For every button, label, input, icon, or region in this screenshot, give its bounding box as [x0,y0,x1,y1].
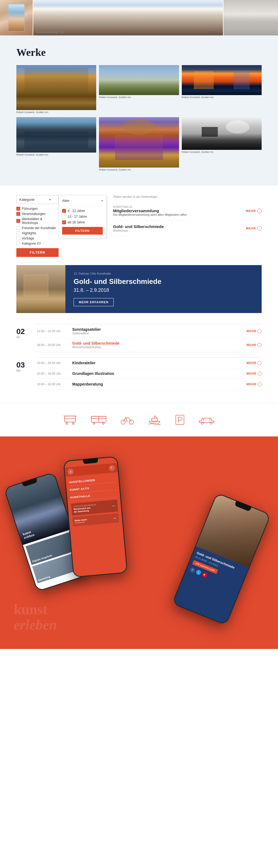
phone-right-screen: Gold- und Silberschmiede 30.11.2018 – 5.… [173,494,270,625]
mobile-section: kunst erleben kunst erleben [0,436,278,649]
check-vortrage[interactable]: Vorträge [17,237,59,240]
alter-check-4-12[interactable]: ✓ 4 - 12 Jahre [62,209,103,213]
twitter-icon[interactable]: t [195,569,202,576]
day-03-event-2-time: 15:00 – 16:30 Uhr [37,372,68,375]
day-03-event-2-title: Grundlagen Illustration [72,371,243,376]
svg-point-19 [201,422,203,424]
day-02-event-1-info: Sonntagsatelier Subheadline [72,327,243,335]
svg-rect-18 [176,415,184,425]
phone-right: Gold- und Silberschmiede 30.11.2018 – 5.… [172,493,271,626]
check-kategorie-xy[interactable]: Kategorie XY [17,242,59,245]
alter-filter-button[interactable]: FILTERN [62,227,103,235]
day-03-event-3-time: 15:00 – 16:30 Uhr [37,382,68,386]
event-1-type: kunsthalle [113,206,187,209]
day-02-event-2-mehr[interactable]: MEHR → [247,343,261,347]
event-note: Plätze werden in der Reihenfolge [113,195,261,198]
artwork-3-caption: Robert Groswick, Scotten Inn [182,95,261,99]
event-1-arrow: → [257,209,261,213]
filter-section: Kategorie ▾ ✓ Führungen ✓ Veranstaltunge… [0,186,278,265]
youtube-icon[interactable]: ▶ [202,571,208,578]
filter-checkboxes: ✓ Führungen ✓ Veranstaltungen ✓ Werkstät… [17,207,59,245]
artwork-1-caption: Robert Groswick, Scotten Inn [17,110,96,115]
alter-check-13-17[interactable]: 13 - 17 Jahre [62,215,103,218]
tram-icon-item[interactable] [63,415,77,425]
day-02-event-1-arrow: → [257,329,261,333]
tram-icon [63,415,77,425]
day-02-event-2-arrow: → [257,343,261,347]
day-02-event-1-mehr[interactable]: MEHR → [247,329,261,333]
day-03-event-1-time: 15:45 – 16:45 Uhr [37,361,68,365]
car-icon-item[interactable] [198,415,215,425]
day-03-event-1-mehr[interactable]: MEHR → [247,361,261,365]
day-02-event-1: 11:00 – 12:30 Uhr Sonntagsatelier Subhea… [37,324,261,338]
day-03-label: 03 Mo [17,358,31,390]
artwork-6[interactable]: Robert Groswick, Scotten Inn [182,117,261,172]
day-02-number: 02 [17,328,31,335]
bicycle-icon-item[interactable] [121,415,134,425]
gallery-caption: Neue Ausstellungs-Tab [36,31,64,34]
day-02-event-1-time: 11:00 – 12:30 Uhr [37,330,68,333]
svg-point-20 [210,422,212,424]
boat-icon [148,414,161,425]
event-2-subtitle: Workshops [113,229,164,232]
day-03-event-3-title: Mappenberatung [72,382,243,386]
svg-point-3 [72,423,74,425]
filter-button-main[interactable]: FILTERN [17,248,59,257]
day-03-event-2-arrow: → [257,372,261,376]
banner-image [17,265,65,313]
day-03-abbr: Mo [17,369,31,372]
day-03-event-2-mehr[interactable]: MEHR → [247,372,261,376]
event-1-subtitle: Die Mitgliederversammlung steht allen Mi… [113,213,187,216]
event-1-info: kunsthalle Mitgliederversammlung Die Mit… [113,206,187,216]
phone-center: ☰ 🔍 Ausstellungen Kunst Aktiv Kunsthalle [63,456,128,578]
werke-title: Werke [17,46,261,58]
artwork-1[interactable]: Robert Groswick, Scotten Inn [17,65,96,115]
kategorie-dropdown-wrapper[interactable]: Kategorie ▾ [17,195,59,204]
artwork-4-caption: Robert Groswick, Scotten Inn [17,153,96,157]
parking-icon-item[interactable] [175,414,185,425]
event-list: Plätze werden in der Reihenfolge kunstha… [113,195,261,236]
day-02-event-2-info: Gold- und Silberschmiede Wochenendworksh… [72,341,243,349]
gallery-pagination: 3 / 9 [210,31,215,34]
artwork-5[interactable]: Robert Groswick, Scotten Inn [99,117,179,172]
artwork-3[interactable]: Robert Groswick, Scotten Inn [182,65,261,115]
svg-rect-0 [65,416,75,422]
check-highlights[interactable]: Highlights [17,231,59,235]
gallery-center-img: Neue Ausstellungs-Tab 3 / 9 ⛶ [33,0,223,35]
artwork-4[interactable]: Robert Groswick, Scotten Inn [17,117,96,172]
phone-center-screen: ☰ 🔍 Ausstellungen Kunst Aktiv Kunsthalle [64,457,127,577]
banner-section: 12. Februar | Die Kunsthalle Gold- und S… [17,265,261,313]
phones-container: kunst erleben Digitale Angebote Sammlung [11,450,267,636]
artwork-2[interactable]: Robert Groswick, Scotten Inn [99,65,179,115]
event-2-info: Gold- und Silberschmiede Workshops [113,224,164,232]
check-werkstatten[interactable]: ✓ Werkstätten & Workshops [17,217,59,225]
kategorie-dropdown[interactable]: Kategorie ▾ [17,195,59,204]
werke-grid: Robert Groswick, Scotten Inn Robert Gros… [17,65,261,172]
check-freunde[interactable]: Freunde der Kunsthalle [17,226,59,230]
facebook-icon[interactable]: f [189,567,196,573]
day-03-event-3-arrow: → [257,382,261,386]
svg-point-9 [93,423,95,424]
banner-mehr-button[interactable]: MEHR ERFAHREN [73,298,114,306]
alter-check-18[interactable]: ✓ ab 18 Jahre [62,220,103,224]
day-03-number: 03 [17,361,31,369]
event-1-mehr[interactable]: MEHR → [246,209,261,213]
check-fuhrungen[interactable]: ✓ Führungen [17,207,59,211]
svg-point-2 [66,423,68,425]
event-item-2: Gold- und Silberschmiede Workshops MEHR … [113,220,261,236]
schedule-section: 02 So 11:00 – 12:30 Uhr Sonntagsatelier … [0,321,278,403]
bus-icon-item[interactable] [91,415,107,425]
boat-icon-item[interactable] [148,414,161,425]
event-1-title: Mitgliederversammlung [113,209,187,213]
event-2-mehr[interactable]: MEHR → [246,226,261,230]
day-03-event-1-arrow: → [257,361,261,365]
phone-center-body: ☰ 🔍 Ausstellungen Kunst Aktiv Kunsthalle [63,456,128,578]
werke-section: Werke Robert Groswick, Scotten Inn Rober… [0,35,278,186]
alter-dropdown-open: Alter ▾ ✓ 4 - 12 Jahre 13 - 17 Jahre ✓ a… [59,195,106,238]
svg-point-10 [102,423,104,424]
artwork-5-caption: Robert Groswick, Scotten Inn [99,167,179,172]
day-03-event-3-mehr[interactable]: MEHR → [247,382,261,386]
artwork-6-caption: Robert Groswick, Scotten Inn [182,150,261,154]
check-veranstaltungen[interactable]: ✓ Veranstaltungen [17,212,59,216]
day-03-events: 15:45 – 16:45 Uhr Kinderatelier MEHR → 1… [37,358,261,390]
